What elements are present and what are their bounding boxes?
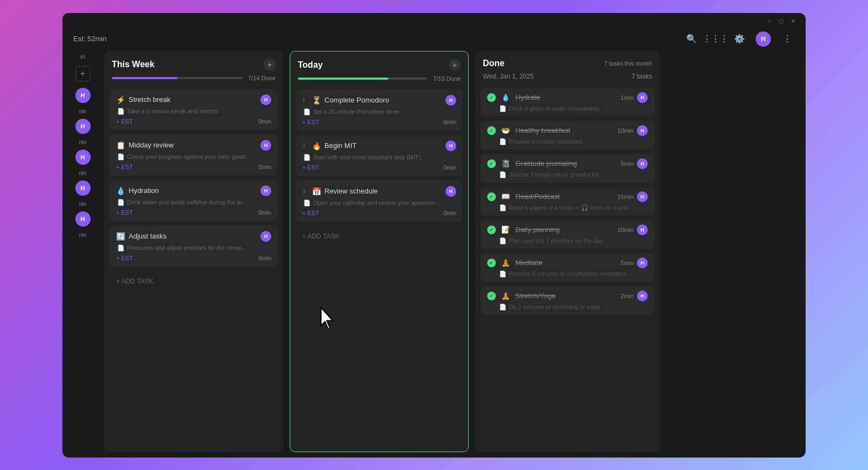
done-task-title-row: ✓ 🥗 Healthy breakfast [487, 126, 617, 135]
task-est-button[interactable]: + EST [116, 118, 133, 125]
done-task-header: ✓ 🥗 Healthy breakfast 10min H [487, 125, 648, 136]
sidebar-nin-label-4: nin [79, 201, 86, 207]
done-check-icon: ✓ [487, 192, 496, 201]
this-week-header: This Week + [104, 51, 283, 75]
search-icon[interactable]: 🔍 [684, 31, 699, 47]
task-emoji: 📅 [312, 187, 321, 196]
task-est-button[interactable]: + EST [116, 164, 133, 170]
task-title-row: 🔄 Adjust tasks [116, 232, 260, 241]
task-desc: 📄 Take a 5-minute break and stretch. [116, 108, 271, 115]
task-emoji: ⚡ [116, 95, 125, 104]
done-task-header: ✓ 📖 Read/Podcast 15min H [487, 191, 648, 202]
sidebar-avatar-3[interactable]: H [75, 150, 91, 165]
task-est-button[interactable]: + EST [116, 255, 133, 261]
task-est-button[interactable]: + EST [302, 164, 319, 171]
task-card[interactable]: 📋 Midday review H 📄 Check your progress … [110, 134, 278, 176]
task-est-button[interactable]: + EST [302, 210, 319, 216]
column-done: Done 7 tasks this month Wed, Jan 1, 2025… [475, 51, 660, 452]
done-task-card[interactable]: ✓ 📝 Daily planning 10min H 📄 Plan your t… [481, 220, 654, 249]
today-progress-bg [298, 78, 427, 80]
app-window: − □ × Est: 52min 🔍 ⋮⋮⋮ ⚙️ H ⋮ in + H nin… [62, 13, 806, 458]
close-button[interactable]: × [789, 17, 797, 25]
this-week-add-button[interactable]: + [264, 59, 276, 70]
task-avatar: H [260, 140, 271, 151]
done-check-icon: ✓ [487, 292, 496, 300]
this-week-progress-bg [112, 77, 242, 79]
done-meta: 7 tasks this month [604, 60, 652, 67]
done-task-card[interactable]: ✓ 📖 Read/Podcast 15min H 📄 Read 5 pages … [481, 187, 654, 216]
task-card[interactable]: 💧 Hydration H 📄 Drink water and avoid ca… [110, 180, 278, 221]
done-task-card[interactable]: ✓ 🥗 Healthy breakfast 10min H 📄 Prepare … [481, 121, 654, 150]
this-week-progress: 7/14 Done [104, 75, 283, 87]
task-footer: + EST 0min [116, 255, 271, 261]
task-est-button[interactable]: + EST [302, 119, 319, 125]
task-card[interactable]: 1 ⏳ Complete Pomodoro H 📄 Set a 25-minut… [296, 89, 463, 131]
this-week-progress-fill [112, 77, 177, 79]
done-check-icon: ✓ [487, 159, 496, 168]
done-task-title-row: ✓ 📓 Gratitude journaling [487, 159, 621, 168]
task-title: Stretch break [129, 95, 170, 104]
this-week-body: ⚡ Stretch break H 📄 Take a 5-minute brea… [104, 87, 283, 452]
done-task-header: ✓ 🧘 Stretch/Yoga 2min H [487, 291, 648, 301]
task-card[interactable]: 2 🔥 Begin MIT H 📄 Start with your most i… [296, 135, 463, 176]
maximize-button[interactable]: □ [777, 17, 785, 25]
task-time: 0min [443, 210, 456, 216]
done-task-title-row: ✓ 📖 Read/Podcast [487, 192, 617, 201]
today-progress-label: 7/10 Done [433, 75, 461, 82]
task-header: 🔄 Adjust tasks H [116, 231, 271, 242]
task-time: 0min [443, 164, 456, 171]
done-count: 7 tasks [631, 73, 652, 80]
sidebar-avatar-5[interactable]: H [75, 211, 91, 227]
today-header: Today + [290, 51, 468, 75]
user-avatar-button[interactable]: H [756, 31, 771, 47]
column-today: Today + 7/10 Done 1 ⏳ [290, 51, 469, 452]
today-progress-fill [298, 78, 388, 80]
task-title-row: ⚡ Stretch break [116, 95, 260, 104]
task-footer: + EST 0min [302, 210, 456, 216]
grid-icon[interactable]: ⋮⋮⋮ [708, 31, 723, 47]
sidebar-avatar-2[interactable]: H [75, 119, 91, 134]
task-card[interactable]: 🔄 Adjust tasks H 📄 Reassess and adjust p… [110, 226, 278, 267]
done-task-desc: 📄 Practice 5 minutes of mindfulness medi… [487, 271, 648, 278]
task-est-button[interactable]: + EST [116, 209, 133, 216]
task-title: Review schedule [324, 187, 378, 195]
sidebar-add-button[interactable]: + [75, 66, 91, 81]
sidebar-avatar-4[interactable]: H [75, 181, 91, 196]
this-week-progress-label: 7/14 Done [248, 75, 276, 81]
task-desc: 📄 Check your progress against your daily… [116, 153, 271, 160]
today-add-button[interactable]: + [449, 59, 461, 71]
task-title-row: 1 ⏳ Complete Pomodoro [302, 96, 445, 105]
add-task-button-today[interactable]: + ADD TASK [296, 228, 463, 244]
done-task-card[interactable]: ✓ 💧 Hydrate 1min H 📄 Drink a glass of wa… [481, 88, 654, 117]
task-time: 0min [258, 118, 271, 125]
task-avatar: H [637, 257, 648, 268]
today-title: Today [298, 60, 323, 70]
task-emoji: 📋 [116, 141, 125, 150]
settings-icon[interactable]: ⚙️ [732, 31, 747, 47]
done-task-desc: 📄 Drink a glass of water immediately [487, 105, 648, 112]
done-task-title-row: ✓ 📝 Daily planning [487, 226, 617, 234]
done-task-title: Hydrate [515, 93, 540, 101]
main-content: in + H nin H nin H nin H nin H nin This … [62, 51, 806, 458]
done-time: 10min [617, 227, 634, 233]
more-options-icon[interactable]: ⋮ [780, 31, 795, 47]
task-card[interactable]: ⚡ Stretch break H 📄 Take a 5-minute brea… [110, 89, 278, 130]
done-task-title: Read/Podcast [515, 192, 560, 201]
task-avatar: H [445, 95, 456, 106]
done-task-desc: 📄 Prepare a healthy breakfast. [487, 138, 648, 145]
task-time: 0min [258, 164, 271, 170]
task-card[interactable]: 3 📅 Review schedule H 📄 Open your calend… [296, 181, 463, 222]
task-avatar: H [260, 94, 271, 105]
task-emoji: ⏳ [312, 96, 321, 105]
task-footer: + EST 0min [116, 118, 271, 125]
task-number: 1 [302, 97, 309, 104]
done-task-card[interactable]: ✓ 📓 Gratitude journaling 5min H 📄 Journa… [481, 154, 654, 183]
done-task-card[interactable]: ✓ 🧘 Meditate 5min H 📄 Practice 5 minutes… [481, 253, 654, 282]
add-task-button-week[interactable]: + ADD TASK [110, 273, 278, 289]
done-task-title: Healthy breakfast [515, 126, 570, 134]
done-task-card[interactable]: ✓ 🧘 Stretch/Yoga 2min H 📄 Do 2 minutes o… [481, 286, 654, 315]
minimize-button[interactable]: − [765, 17, 773, 25]
this-week-title: This Week [112, 60, 155, 69]
sidebar-avatar-1[interactable]: H [75, 88, 91, 103]
task-header: 💧 Hydration H [116, 185, 271, 196]
